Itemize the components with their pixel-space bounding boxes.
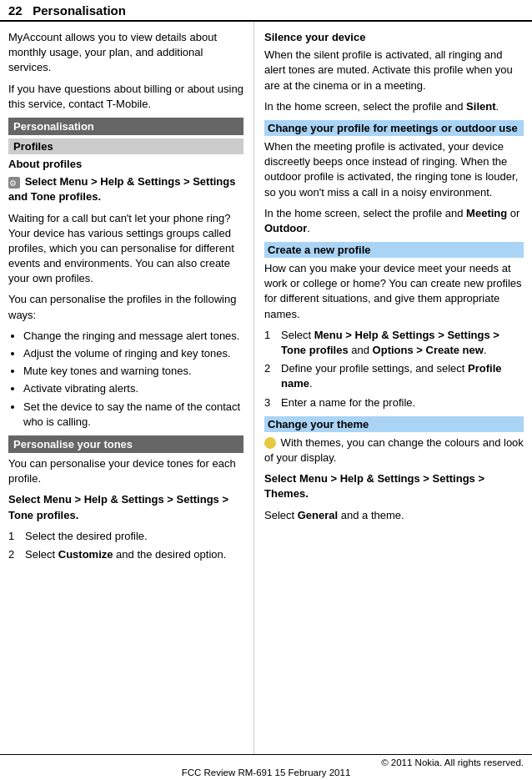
create-profile-p1: How can you make your device meet your n… — [264, 261, 524, 322]
page-number: 22 — [8, 3, 23, 18]
list-item: Activate vibrating alerts. — [23, 381, 243, 396]
change-profile-title: Change your profile for meetings or outd… — [264, 120, 524, 136]
about-profiles-p2: You can personalise the profiles in the … — [8, 292, 243, 322]
profiles-subsection-header: Profiles — [8, 138, 243, 154]
create-profile-title: Create a new profile — [264, 242, 524, 258]
page-title: Personalisation — [33, 3, 126, 18]
personalise-tones-p1: You can personalise your device tones fo… — [8, 456, 243, 486]
intro-para2: If you have questions about billing or a… — [8, 82, 243, 112]
change-theme-p2: Select General and a theme. — [264, 508, 524, 523]
fcc-line: FCC Review RM-691 15 February 2011 — [8, 767, 524, 777]
silence-device-p2: In the home screen, select the profile a… — [264, 99, 524, 114]
list-item: 2 Select Customize and the desired optio… — [8, 547, 243, 562]
copyright-line: © 2011 Nokia. All rights reserved. — [8, 757, 524, 767]
settings-icon — [8, 177, 20, 189]
content-area: MyAccount allows you to view details abo… — [0, 22, 532, 754]
personalise-steps-list: 1 Select the desired profile. 2 Select C… — [8, 529, 243, 562]
change-profile-p2: In the home screen, select the profile a… — [264, 206, 524, 236]
change-theme-menu: Select Menu > Help & Settings > Settings… — [264, 471, 524, 501]
list-item: 3 Enter a name for the profile. — [264, 395, 524, 410]
change-profile-p1: When the meeting profile is activated, y… — [264, 139, 524, 200]
about-profiles-p1: Waiting for a call but can't let your ph… — [8, 211, 243, 287]
change-theme-title: Change your theme — [264, 416, 524, 432]
profiles-bullet-list: Change the ringing and message alert ton… — [8, 329, 243, 430]
theme-icon — [264, 437, 276, 449]
list-item: Set the device to say the name of the co… — [23, 400, 243, 430]
list-item: Mute key tones and warning tones. — [23, 364, 243, 379]
about-profiles-title: About profiles — [8, 157, 243, 172]
personalise-tones-header: Personalise your tones — [8, 435, 243, 453]
list-item: Change the ringing and message alert ton… — [23, 329, 243, 344]
left-column: MyAccount allows you to view details abo… — [0, 22, 254, 754]
silence-device-title: Silence your device — [264, 30, 524, 45]
right-column: Silence your device When the silent prof… — [254, 22, 532, 754]
change-theme-p1: With themes, you can change the colours … — [264, 435, 524, 465]
silence-device-p1: When the silent profile is activated, al… — [264, 48, 524, 93]
personalisation-section-header: Personalisation — [8, 118, 243, 135]
list-item: 2 Define your profile settings, and sele… — [264, 361, 524, 391]
list-item: 1 Select Menu > Help & Settings > Settin… — [264, 328, 524, 358]
intro-para1: MyAccount allows you to view details abo… — [8, 30, 243, 76]
list-item: 1 Select the desired profile. — [8, 529, 243, 544]
page-footer: © 2011 Nokia. All rights reserved. FCC R… — [0, 754, 532, 780]
page-wrapper: 22 Personalisation MyAccount allows you … — [0, 0, 532, 780]
page-header: 22 Personalisation — [0, 0, 532, 22]
about-profiles-menu: Select Menu > Help & Settings > Settings… — [8, 174, 243, 204]
personalise-tones-menu: Select Menu > Help & Settings > Settings… — [8, 492, 243, 522]
list-item: Adjust the volume of ringing and key ton… — [23, 346, 243, 361]
create-profile-steps: 1 Select Menu > Help & Settings > Settin… — [264, 328, 524, 410]
